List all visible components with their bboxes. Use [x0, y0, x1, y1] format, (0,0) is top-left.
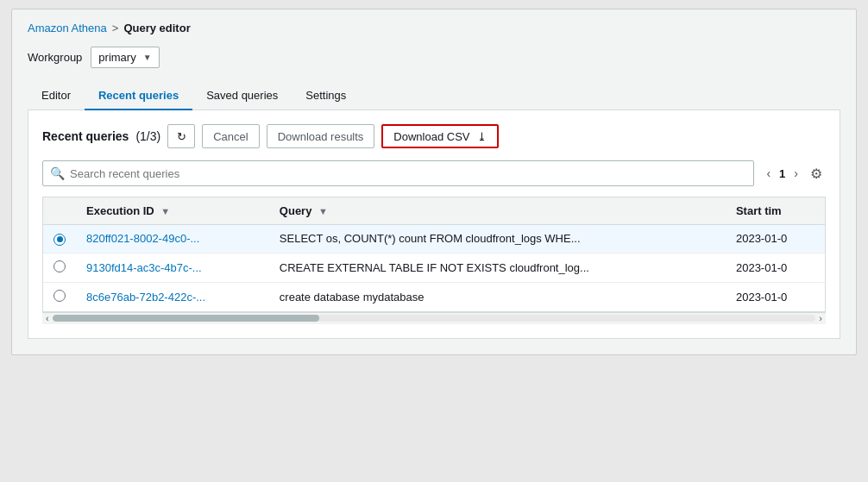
query-cell: create database mydatabase	[269, 282, 726, 311]
col-query: Query ▼	[269, 197, 726, 225]
scroll-thumb	[53, 315, 320, 322]
queries-table: Execution ID ▼ Query ▼ Start tim 820ff02…	[43, 197, 825, 311]
download-csv-label: Download CSV	[393, 130, 469, 143]
tabs-row: Editor Recent queries Saved queries Sett…	[28, 82, 840, 110]
refresh-button[interactable]: ↻	[167, 124, 195, 148]
row-radio[interactable]	[53, 234, 66, 246]
sort-icon: ▼	[160, 206, 170, 216]
table-row[interactable]: 820ff021-8002-49c0-...SELECT os, COUNT(*…	[43, 225, 825, 254]
scroll-track[interactable]	[53, 315, 816, 322]
section-header: Recent queries (1/3) ↻ Cancel Download r…	[42, 124, 826, 148]
section-count: (1/3)	[135, 129, 160, 143]
execution-id-cell: 820ff021-8002-49c0-...	[76, 225, 269, 254]
tab-editor[interactable]: Editor	[28, 82, 85, 110]
execution-id-link[interactable]: 8c6e76ab-72b2-422c-...	[86, 291, 205, 304]
query-cell: CREATE EXTERNAL TABLE IF NOT EXISTS clou…	[269, 253, 726, 282]
refresh-icon: ↻	[177, 130, 186, 143]
breadcrumb-current: Query editor	[123, 22, 190, 34]
search-row: 🔍 ‹ 1 › ⚙	[42, 160, 826, 186]
content-area: Recent queries (1/3) ↻ Cancel Download r…	[28, 110, 840, 339]
breadcrumb: Amazon Athena > Query editor	[28, 22, 840, 34]
table-container: Execution ID ▼ Query ▼ Start tim 820ff02…	[42, 197, 826, 312]
pagination-controls: ‹ 1 › ⚙	[763, 164, 826, 184]
download-csv-icon: ⤓	[477, 130, 487, 143]
start-time-cell: 2023-01-0	[726, 282, 825, 311]
search-box[interactable]: 🔍	[42, 160, 754, 186]
horizontal-scrollbar[interactable]: ‹ ›	[42, 312, 826, 324]
row-radio[interactable]	[53, 260, 66, 272]
workgroup-label: Workgroup	[28, 51, 82, 64]
download-csv-button[interactable]: Download CSV ⤓	[381, 124, 499, 148]
tab-settings[interactable]: Settings	[292, 82, 360, 110]
execution-id-cell: 9130fd14-ac3c-4b7c-...	[76, 253, 269, 282]
workgroup-value: primary	[98, 51, 135, 64]
workgroup-row: Workgroup primary ▼	[28, 47, 840, 68]
col-select	[43, 197, 76, 225]
col-start-time: Start tim	[726, 197, 825, 225]
sort-icon-query: ▼	[318, 206, 328, 216]
col-execution-id: Execution ID ▼	[76, 197, 269, 225]
row-radio-cell	[43, 282, 76, 311]
next-page-button[interactable]: ›	[790, 165, 802, 182]
search-icon: 🔍	[50, 166, 65, 180]
cancel-button[interactable]: Cancel	[202, 124, 259, 148]
tab-recent-queries[interactable]: Recent queries	[85, 82, 192, 110]
row-radio-cell	[43, 253, 76, 282]
scroll-right-icon[interactable]: ›	[815, 313, 826, 323]
table-row[interactable]: 9130fd14-ac3c-4b7c-...CREATE EXTERNAL TA…	[43, 253, 825, 282]
start-time-cell: 2023-01-0	[726, 225, 825, 254]
download-results-button[interactable]: Download results	[267, 124, 375, 148]
breadcrumb-link[interactable]: Amazon Athena	[28, 22, 107, 34]
row-radio-cell	[43, 225, 76, 254]
prev-page-button[interactable]: ‹	[763, 165, 774, 182]
workgroup-select[interactable]: primary ▼	[91, 47, 159, 68]
start-time-cell: 2023-01-0	[726, 253, 825, 282]
table-row[interactable]: 8c6e76ab-72b2-422c-...create database my…	[43, 282, 825, 311]
row-radio[interactable]	[53, 290, 66, 302]
execution-id-link[interactable]: 820ff021-8002-49c0-...	[86, 232, 199, 245]
scroll-left-icon[interactable]: ‹	[42, 313, 53, 323]
search-input[interactable]	[70, 167, 746, 180]
execution-id-cell: 8c6e76ab-72b2-422c-...	[76, 282, 269, 311]
tab-saved-queries[interactable]: Saved queries	[192, 82, 292, 110]
page-number: 1	[779, 167, 785, 180]
query-cell: SELECT os, COUNT(*) count FROM cloudfron…	[269, 225, 726, 254]
breadcrumb-separator: >	[112, 22, 119, 34]
table-settings-button[interactable]: ⚙	[807, 164, 826, 184]
execution-id-link[interactable]: 9130fd14-ac3c-4b7c-...	[86, 261, 202, 274]
chevron-down-icon: ▼	[143, 53, 152, 62]
section-title: Recent queries	[42, 129, 129, 143]
table-header-row: Execution ID ▼ Query ▼ Start tim	[43, 197, 825, 225]
